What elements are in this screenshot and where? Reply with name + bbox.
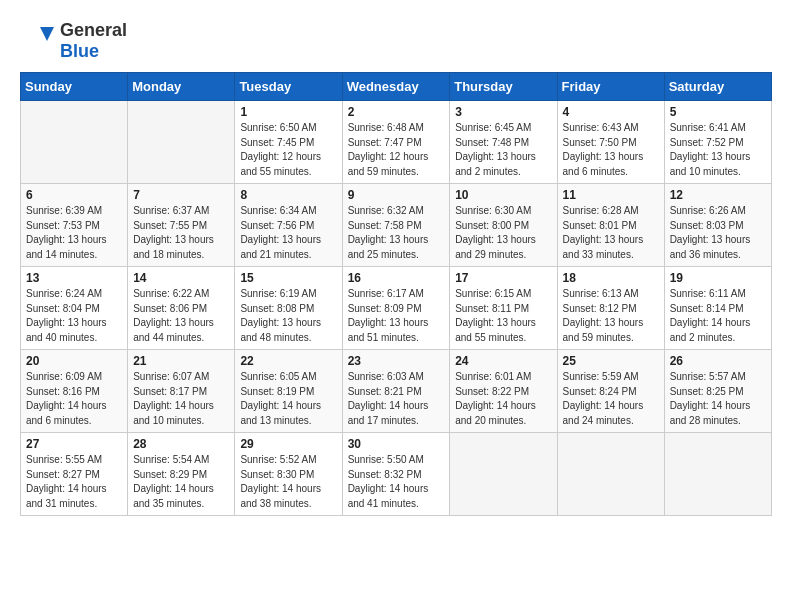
day-number: 8 (240, 188, 336, 202)
calendar-table: SundayMondayTuesdayWednesdayThursdayFrid… (20, 72, 772, 516)
day-info: Sunrise: 6:03 AM Sunset: 8:21 PM Dayligh… (348, 370, 445, 428)
day-number: 17 (455, 271, 551, 285)
day-info: Sunrise: 6:15 AM Sunset: 8:11 PM Dayligh… (455, 287, 551, 345)
day-number: 19 (670, 271, 766, 285)
calendar-cell: 3Sunrise: 6:45 AM Sunset: 7:48 PM Daylig… (450, 101, 557, 184)
day-info: Sunrise: 6:11 AM Sunset: 8:14 PM Dayligh… (670, 287, 766, 345)
calendar-cell: 4Sunrise: 6:43 AM Sunset: 7:50 PM Daylig… (557, 101, 664, 184)
day-info: Sunrise: 6:28 AM Sunset: 8:01 PM Dayligh… (563, 204, 659, 262)
day-info: Sunrise: 6:22 AM Sunset: 8:06 PM Dayligh… (133, 287, 229, 345)
calendar-body: 1Sunrise: 6:50 AM Sunset: 7:45 PM Daylig… (21, 101, 772, 516)
header-day-monday: Monday (128, 73, 235, 101)
day-info: Sunrise: 6:09 AM Sunset: 8:16 PM Dayligh… (26, 370, 122, 428)
week-row-3: 20Sunrise: 6:09 AM Sunset: 8:16 PM Dayli… (21, 350, 772, 433)
day-number: 2 (348, 105, 445, 119)
day-number: 1 (240, 105, 336, 119)
calendar-cell: 5Sunrise: 6:41 AM Sunset: 7:52 PM Daylig… (664, 101, 771, 184)
week-row-4: 27Sunrise: 5:55 AM Sunset: 8:27 PM Dayli… (21, 433, 772, 516)
calendar-cell: 9Sunrise: 6:32 AM Sunset: 7:58 PM Daylig… (342, 184, 450, 267)
day-info: Sunrise: 5:59 AM Sunset: 8:24 PM Dayligh… (563, 370, 659, 428)
day-info: Sunrise: 6:13 AM Sunset: 8:12 PM Dayligh… (563, 287, 659, 345)
logo: GeneralBlue (20, 20, 127, 62)
day-info: Sunrise: 6:45 AM Sunset: 7:48 PM Dayligh… (455, 121, 551, 179)
day-number: 3 (455, 105, 551, 119)
calendar-cell: 11Sunrise: 6:28 AM Sunset: 8:01 PM Dayli… (557, 184, 664, 267)
day-info: Sunrise: 6:07 AM Sunset: 8:17 PM Dayligh… (133, 370, 229, 428)
day-info: Sunrise: 5:54 AM Sunset: 8:29 PM Dayligh… (133, 453, 229, 511)
calendar-cell: 18Sunrise: 6:13 AM Sunset: 8:12 PM Dayli… (557, 267, 664, 350)
calendar-cell: 26Sunrise: 5:57 AM Sunset: 8:25 PM Dayli… (664, 350, 771, 433)
day-number: 15 (240, 271, 336, 285)
calendar-cell: 28Sunrise: 5:54 AM Sunset: 8:29 PM Dayli… (128, 433, 235, 516)
day-info: Sunrise: 6:17 AM Sunset: 8:09 PM Dayligh… (348, 287, 445, 345)
day-info: Sunrise: 6:37 AM Sunset: 7:55 PM Dayligh… (133, 204, 229, 262)
day-number: 16 (348, 271, 445, 285)
day-info: Sunrise: 6:48 AM Sunset: 7:47 PM Dayligh… (348, 121, 445, 179)
day-number: 24 (455, 354, 551, 368)
calendar-cell: 21Sunrise: 6:07 AM Sunset: 8:17 PM Dayli… (128, 350, 235, 433)
day-info: Sunrise: 6:24 AM Sunset: 8:04 PM Dayligh… (26, 287, 122, 345)
day-number: 18 (563, 271, 659, 285)
calendar-cell: 6Sunrise: 6:39 AM Sunset: 7:53 PM Daylig… (21, 184, 128, 267)
calendar-cell: 17Sunrise: 6:15 AM Sunset: 8:11 PM Dayli… (450, 267, 557, 350)
page-header: GeneralBlue (20, 20, 772, 62)
day-info: Sunrise: 5:50 AM Sunset: 8:32 PM Dayligh… (348, 453, 445, 511)
calendar-cell: 14Sunrise: 6:22 AM Sunset: 8:06 PM Dayli… (128, 267, 235, 350)
day-number: 23 (348, 354, 445, 368)
logo-svg (20, 23, 56, 59)
logo-blue: Blue (60, 41, 99, 61)
day-info: Sunrise: 6:39 AM Sunset: 7:53 PM Dayligh… (26, 204, 122, 262)
day-number: 28 (133, 437, 229, 451)
calendar-header: SundayMondayTuesdayWednesdayThursdayFrid… (21, 73, 772, 101)
calendar-cell: 27Sunrise: 5:55 AM Sunset: 8:27 PM Dayli… (21, 433, 128, 516)
calendar-cell: 13Sunrise: 6:24 AM Sunset: 8:04 PM Dayli… (21, 267, 128, 350)
header-day-wednesday: Wednesday (342, 73, 450, 101)
calendar-cell: 2Sunrise: 6:48 AM Sunset: 7:47 PM Daylig… (342, 101, 450, 184)
day-info: Sunrise: 6:34 AM Sunset: 7:56 PM Dayligh… (240, 204, 336, 262)
day-number: 29 (240, 437, 336, 451)
calendar-cell (450, 433, 557, 516)
calendar-cell: 15Sunrise: 6:19 AM Sunset: 8:08 PM Dayli… (235, 267, 342, 350)
day-info: Sunrise: 6:05 AM Sunset: 8:19 PM Dayligh… (240, 370, 336, 428)
calendar-cell: 23Sunrise: 6:03 AM Sunset: 8:21 PM Dayli… (342, 350, 450, 433)
calendar-cell: 8Sunrise: 6:34 AM Sunset: 7:56 PM Daylig… (235, 184, 342, 267)
day-number: 10 (455, 188, 551, 202)
day-info: Sunrise: 6:41 AM Sunset: 7:52 PM Dayligh… (670, 121, 766, 179)
week-row-0: 1Sunrise: 6:50 AM Sunset: 7:45 PM Daylig… (21, 101, 772, 184)
calendar-cell: 1Sunrise: 6:50 AM Sunset: 7:45 PM Daylig… (235, 101, 342, 184)
calendar-cell: 22Sunrise: 6:05 AM Sunset: 8:19 PM Dayli… (235, 350, 342, 433)
day-number: 21 (133, 354, 229, 368)
header-day-thursday: Thursday (450, 73, 557, 101)
day-number: 25 (563, 354, 659, 368)
calendar-cell: 25Sunrise: 5:59 AM Sunset: 8:24 PM Dayli… (557, 350, 664, 433)
day-info: Sunrise: 6:32 AM Sunset: 7:58 PM Dayligh… (348, 204, 445, 262)
header-day-saturday: Saturday (664, 73, 771, 101)
day-info: Sunrise: 5:55 AM Sunset: 8:27 PM Dayligh… (26, 453, 122, 511)
day-info: Sunrise: 5:52 AM Sunset: 8:30 PM Dayligh… (240, 453, 336, 511)
day-number: 11 (563, 188, 659, 202)
calendar-cell: 16Sunrise: 6:17 AM Sunset: 8:09 PM Dayli… (342, 267, 450, 350)
calendar-cell: 12Sunrise: 6:26 AM Sunset: 8:03 PM Dayli… (664, 184, 771, 267)
day-number: 13 (26, 271, 122, 285)
day-info: Sunrise: 6:19 AM Sunset: 8:08 PM Dayligh… (240, 287, 336, 345)
day-info: Sunrise: 6:50 AM Sunset: 7:45 PM Dayligh… (240, 121, 336, 179)
day-number: 4 (563, 105, 659, 119)
header-day-friday: Friday (557, 73, 664, 101)
day-number: 20 (26, 354, 122, 368)
calendar-cell: 10Sunrise: 6:30 AM Sunset: 8:00 PM Dayli… (450, 184, 557, 267)
day-info: Sunrise: 6:01 AM Sunset: 8:22 PM Dayligh… (455, 370, 551, 428)
week-row-1: 6Sunrise: 6:39 AM Sunset: 7:53 PM Daylig… (21, 184, 772, 267)
day-number: 6 (26, 188, 122, 202)
day-info: Sunrise: 6:30 AM Sunset: 8:00 PM Dayligh… (455, 204, 551, 262)
header-row: SundayMondayTuesdayWednesdayThursdayFrid… (21, 73, 772, 101)
calendar-cell (21, 101, 128, 184)
calendar-cell: 30Sunrise: 5:50 AM Sunset: 8:32 PM Dayli… (342, 433, 450, 516)
logo-general: General (60, 20, 127, 40)
calendar-cell: 7Sunrise: 6:37 AM Sunset: 7:55 PM Daylig… (128, 184, 235, 267)
day-info: Sunrise: 5:57 AM Sunset: 8:25 PM Dayligh… (670, 370, 766, 428)
header-day-tuesday: Tuesday (235, 73, 342, 101)
day-number: 7 (133, 188, 229, 202)
day-number: 12 (670, 188, 766, 202)
day-number: 30 (348, 437, 445, 451)
day-number: 14 (133, 271, 229, 285)
